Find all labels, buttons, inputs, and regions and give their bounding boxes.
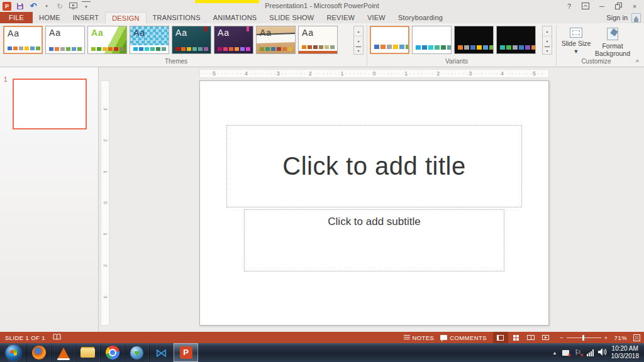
v-ruler-number: 1 [102,170,108,173]
tab-view[interactable]: VIEW [361,12,392,23]
variants-more-button[interactable]: ▾ [545,47,550,54]
slide-thumbnails-panel: 1 [0,67,99,332]
theme-office[interactable]: Aa [3,26,43,54]
tab-file[interactable]: FILE [0,12,33,23]
color-swatch [114,47,118,51]
themes-more-button[interactable]: ▾ [356,47,361,54]
theme-ion[interactable]: Aa [172,26,211,54]
color-swatch [477,45,482,50]
show-hidden-icons-button[interactable]: ▲ [553,351,557,355]
theme-sample-text: Aa [260,28,272,38]
color-swatch [36,47,40,50]
theme-facet[interactable]: Aa [87,26,127,54]
color-swatch [240,47,245,51]
variants-scroll-down-button[interactable]: ▾ [543,36,552,47]
theme-sample-text: Aa [133,28,145,38]
subtitle-placeholder[interactable]: Click to add subtitle [244,209,504,272]
slide-thumbnail[interactable] [13,79,87,129]
normal-view-button[interactable] [493,332,508,343]
collapse-ribbon-button[interactable]: ^ [636,58,639,65]
color-swatch [145,47,149,51]
color-swatch [8,47,12,50]
reading-view-button[interactable] [523,332,538,343]
taskbar-powerpoint-button[interactable] [174,343,198,362]
comments-button[interactable]: COMMENTS [440,334,487,341]
zoom-slider-thumb[interactable] [582,335,584,341]
dropdown-icon: ▾ [574,47,577,55]
tab-design[interactable]: DESIGN [105,12,146,23]
theme-office-2[interactable]: Aa [45,26,85,54]
zoom-percentage[interactable]: 71% [614,334,627,341]
taskbar-file-explorer-button[interactable] [75,343,100,362]
slide-indicator: SLIDE 1 OF 1 [5,334,45,341]
themes-scroll-up-button[interactable]: ▴ [354,26,363,36]
sign-in-button[interactable]: Sign in [606,12,641,23]
slide-sorter-icon [513,335,516,337]
color-swatch [441,45,446,50]
variant-2[interactable] [412,26,452,54]
variants-group-label: Variants [370,58,543,65]
theme-integral[interactable]: Aa [130,26,169,54]
color-swatch [25,47,29,50]
restore-button[interactable] [611,1,625,11]
slide-sorter-view-button[interactable] [508,332,523,343]
variant-4[interactable] [496,26,536,54]
zoom-in-button[interactable]: + [604,334,608,341]
theme-sample-text: Aa [49,28,61,38]
format-background-button[interactable]: Format Background [596,26,629,62]
theme-color-swatches [8,47,40,50]
tab-home[interactable]: HOME [33,12,67,23]
normal-view-icon [497,335,504,341]
tab-transitions[interactable]: TRANSITIONS [147,12,207,23]
hardware-status-icon[interactable]: × [562,349,570,357]
color-swatch [271,47,275,51]
tab-slide-show[interactable]: SLIDE SHOW [263,12,320,23]
volume-icon[interactable] [598,348,607,357]
slide-canvas[interactable]: Click to add title Click to add subtitle [199,80,549,326]
slide-size-button[interactable]: Slide Size ▾ [560,26,592,62]
action-center-flag-icon[interactable]: ⚐× [574,349,582,357]
theme-ion-boardroom[interactable]: Aa [214,26,253,54]
help-button[interactable]: ? [562,1,576,11]
zoom-slider[interactable] [567,337,601,338]
taskbar-idm-button[interactable] [125,343,149,362]
tab-animations[interactable]: ANIMATIONS [207,12,264,23]
fit-slide-to-window-button[interactable] [633,334,640,341]
vertical-ruler: 3210123 [101,80,109,326]
notes-label: NOTES [413,334,435,341]
ribbon-display-options-button[interactable] [579,1,592,11]
variant-color-swatches [458,45,494,50]
color-swatch [519,45,524,50]
taskbar-chrome-button[interactable] [100,343,125,362]
zoom-out-button[interactable]: − [560,334,564,341]
theme-color-swatches [91,47,124,51]
network-icon[interactable] [587,349,594,356]
tab-review[interactable]: REVIEW [320,12,361,23]
spell-check-icon[interactable] [53,334,61,341]
taskbar-visual-studio-button[interactable] [149,343,174,362]
variant-1[interactable] [370,26,409,54]
close-button[interactable]: × [628,1,641,11]
taskbar-vlc-button[interactable] [51,343,75,362]
theme-organic[interactable]: Aa [256,26,296,54]
minimize-button[interactable]: ─ [595,1,609,11]
title-placeholder-text: Click to add title [282,152,465,180]
color-swatch [302,45,306,49]
color-swatch [108,47,113,51]
taskbar-firefox-button[interactable] [26,343,51,362]
system-clock[interactable]: 10:20 AM 10/3/2018 [611,345,640,361]
h-ruler-number: 5 [531,70,537,77]
tab-insert[interactable]: INSERT [67,12,105,23]
theme-retrospect[interactable]: Aa [298,26,338,54]
h-ruler-number: 1 [340,70,345,77]
start-button[interactable] [0,343,26,362]
variants-scroll-up-button[interactable]: ▴ [543,26,552,36]
variant-3[interactable] [454,26,494,54]
title-placeholder[interactable]: Click to add title [226,125,522,207]
notes-button[interactable]: NOTES [404,334,435,341]
slide-show-view-button[interactable] [538,332,553,343]
tab-storyboarding[interactable]: Storyboarding [392,12,449,23]
color-swatch [72,47,76,51]
color-swatch [313,45,318,49]
themes-scroll-down-button[interactable]: ▾ [354,36,363,47]
